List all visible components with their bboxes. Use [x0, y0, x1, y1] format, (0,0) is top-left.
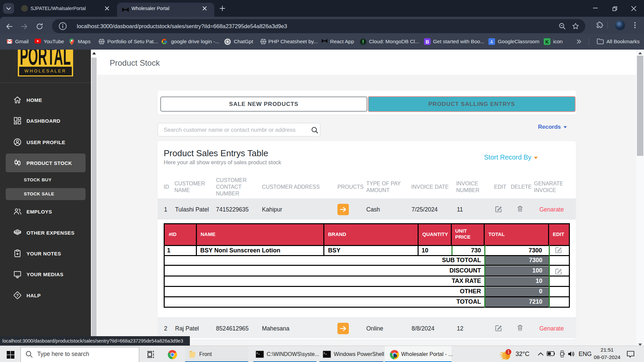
svg-text:1: 1	[507, 350, 510, 354]
svg-text:?: ?	[16, 293, 18, 298]
